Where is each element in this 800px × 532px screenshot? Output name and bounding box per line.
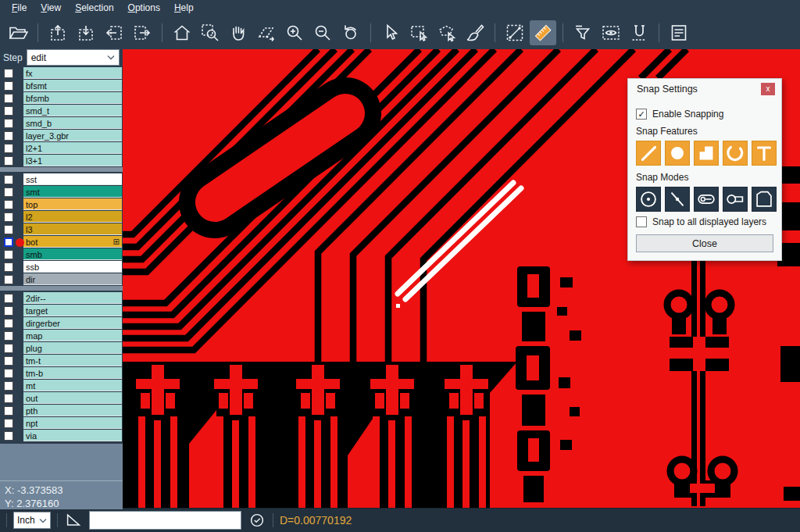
- snap-feature-surface-button[interactable]: [694, 141, 719, 166]
- layer-visibility-checkbox[interactable]: [4, 394, 13, 403]
- layer-visibility-checkbox[interactable]: [4, 275, 13, 284]
- layer-visibility-checkbox[interactable]: [4, 406, 13, 416]
- layer-name[interactable]: l3: [23, 223, 122, 235]
- command-input[interactable]: [89, 511, 241, 530]
- layer-visibility-checkbox[interactable]: [4, 419, 13, 428]
- step-select[interactable]: edit: [27, 49, 120, 66]
- zoom-in-button[interactable]: [281, 20, 308, 45]
- clean-brush-button[interactable]: [462, 20, 488, 45]
- zoom-previous-button[interactable]: [338, 20, 364, 45]
- menu-view[interactable]: View: [34, 1, 68, 15]
- measure-distance-button[interactable]: [502, 20, 528, 45]
- enable-snapping-checkbox[interactable]: ✓: [636, 109, 647, 120]
- layer-name[interactable]: top: [23, 198, 122, 210]
- layer-name[interactable]: target: [23, 305, 122, 316]
- snap-feature-arc-button[interactable]: [723, 141, 748, 166]
- layer-name[interactable]: bfsmb: [23, 92, 122, 104]
- pcb-canvas[interactable]: Snap Settings x ✓ Enable Snapping Snap F…: [123, 49, 800, 508]
- layer-visibility-checkbox[interactable]: [4, 156, 13, 166]
- layer-visibility-checkbox[interactable]: [4, 381, 13, 391]
- zoom-out-button[interactable]: [309, 20, 336, 45]
- layer-visibility-checkbox[interactable]: [4, 262, 13, 272]
- menu-options[interactable]: Options: [121, 1, 167, 15]
- layer-name[interactable]: smb: [23, 248, 122, 260]
- layer-visibility-checkbox[interactable]: [4, 94, 13, 103]
- pad-left-button[interactable]: [101, 20, 127, 45]
- layer-name[interactable]: bot⊞: [23, 236, 122, 248]
- menu-selection[interactable]: Selection: [68, 1, 120, 15]
- pad-right-button[interactable]: [129, 20, 155, 45]
- layer-name[interactable]: fx: [23, 67, 122, 79]
- layer-visibility-checkbox[interactable]: [4, 200, 13, 209]
- snap-feature-pad-button[interactable]: [665, 141, 690, 166]
- pan-button[interactable]: [225, 20, 252, 45]
- layer-visibility-checkbox[interactable]: [4, 294, 13, 303]
- layer-name[interactable]: out: [23, 392, 122, 404]
- snap-magnet-button[interactable]: [626, 20, 652, 45]
- layer-name[interactable]: plug: [23, 342, 122, 354]
- menu-file[interactable]: File: [5, 1, 34, 15]
- layer-name[interactable]: tm-b: [23, 367, 122, 379]
- view-region-button[interactable]: [598, 20, 624, 45]
- layer-visibility-checkbox[interactable]: [4, 369, 13, 378]
- layer-visibility-checkbox[interactable]: [4, 81, 13, 91]
- layer-name[interactable]: tm-t: [23, 355, 122, 366]
- layer-visibility-checkbox[interactable]: [4, 187, 13, 197]
- layer-name[interactable]: dirgerber: [23, 317, 122, 329]
- snap-all-layers-checkbox[interactable]: [636, 216, 647, 227]
- layer-visibility-checkbox[interactable]: [4, 237, 13, 247]
- layer-name[interactable]: map: [23, 330, 122, 341]
- layer-name[interactable]: dir: [23, 273, 122, 285]
- snap-mode-pad-outline-button[interactable]: [694, 187, 719, 212]
- layer-name[interactable]: smt: [23, 186, 122, 198]
- layer-name[interactable]: layer_3.gbr: [23, 130, 122, 141]
- log-panel-button[interactable]: [666, 20, 692, 45]
- ruler-button[interactable]: [530, 20, 556, 45]
- layer-name[interactable]: smd_b: [23, 117, 122, 129]
- layer-name[interactable]: npt: [23, 417, 122, 429]
- layer-visibility-checkbox[interactable]: [4, 212, 13, 222]
- layer-name[interactable]: mt: [23, 380, 122, 391]
- pad-up-button[interactable]: [45, 20, 71, 45]
- layer-visibility-checkbox[interactable]: [4, 250, 13, 259]
- layer-visibility-checkbox[interactable]: [4, 69, 13, 78]
- circle-check-icon[interactable]: [248, 511, 266, 530]
- layer-visibility-checkbox[interactable]: [4, 225, 13, 234]
- unit-select[interactable]: Inch: [13, 512, 51, 529]
- select-polygon-button[interactable]: [434, 20, 460, 45]
- layer-name[interactable]: l2+1: [23, 142, 122, 154]
- layer-name[interactable]: l3+1: [23, 155, 122, 166]
- layer-visibility-checkbox[interactable]: [4, 331, 13, 341]
- layer-visibility-checkbox[interactable]: [4, 306, 13, 316]
- snap-feature-line-button[interactable]: [636, 141, 661, 166]
- snap-mode-center-button[interactable]: [636, 187, 661, 212]
- layer-name[interactable]: bfsmt: [23, 80, 122, 91]
- filter-button[interactable]: [570, 20, 596, 45]
- layer-name[interactable]: 2dir--: [23, 292, 122, 304]
- zoom-region-button[interactable]: [197, 20, 223, 45]
- layer-name[interactable]: via: [23, 430, 122, 441]
- layer-visibility-checkbox[interactable]: [4, 175, 13, 184]
- layer-name[interactable]: smd_t: [23, 105, 122, 116]
- layer-visibility-checkbox[interactable]: [4, 106, 13, 116]
- snap-mode-contour-button[interactable]: [752, 187, 777, 212]
- layer-visibility-checkbox[interactable]: [4, 356, 13, 366]
- select-rectangle-button[interactable]: [405, 20, 432, 45]
- layer-visibility-checkbox[interactable]: [4, 131, 13, 141]
- layer-name[interactable]: l2: [23, 211, 122, 223]
- zoom-dynamic-button[interactable]: [253, 20, 280, 45]
- snap-mode-symbol-outline-button[interactable]: [723, 187, 748, 212]
- menu-help[interactable]: Help: [167, 1, 201, 15]
- snap-feature-text-button[interactable]: [752, 141, 777, 166]
- dialog-title-bar[interactable]: Snap Settings x: [628, 79, 781, 99]
- select-cursor-button[interactable]: [377, 20, 404, 45]
- layer-visibility-checkbox[interactable]: [4, 431, 13, 441]
- layer-visibility-checkbox[interactable]: [4, 119, 13, 128]
- layer-visibility-checkbox[interactable]: [4, 319, 13, 328]
- home-view-button[interactable]: [169, 20, 195, 45]
- snap-mode-line-midpoint-button[interactable]: [665, 187, 690, 212]
- dialog-close-button[interactable]: x: [761, 83, 775, 95]
- dialog-close-action-button[interactable]: Close: [636, 234, 773, 252]
- layer-name[interactable]: sst: [23, 173, 122, 185]
- open-file-button[interactable]: [5, 20, 31, 45]
